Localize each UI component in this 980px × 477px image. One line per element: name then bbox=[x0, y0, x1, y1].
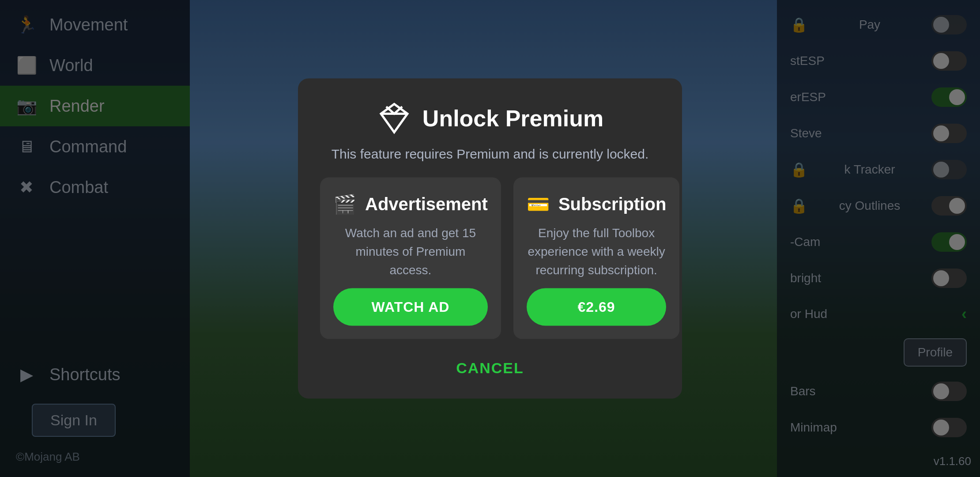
clapper-icon: 🎬 bbox=[333, 193, 356, 215]
dialog-header: Unlock Premium bbox=[377, 101, 603, 136]
dialog-title: Unlock Premium bbox=[422, 105, 603, 132]
advertisement-card-header: 🎬 Advertisement bbox=[333, 193, 488, 215]
diamond-icon bbox=[377, 101, 412, 136]
advertisement-description: Watch an ad and get 15 minutes of Premiu… bbox=[333, 224, 488, 280]
unlock-premium-dialog: Unlock Premium This feature requires Pre… bbox=[298, 79, 682, 399]
advertisement-card: 🎬 Advertisement Watch an ad and get 15 m… bbox=[320, 178, 501, 339]
watch-ad-button[interactable]: WATCH AD bbox=[333, 288, 488, 326]
subscription-icon: 💳 bbox=[527, 193, 550, 215]
advertisement-title: Advertisement bbox=[365, 194, 488, 214]
dialog-subtitle: This feature requires Premium and is cur… bbox=[332, 147, 649, 162]
subscription-card: 💳 Subscription Enjoy the full Toolbox ex… bbox=[513, 178, 679, 339]
cancel-button[interactable]: CANCEL bbox=[438, 355, 542, 381]
subscription-title: Subscription bbox=[558, 194, 666, 214]
subscribe-button[interactable]: €2.69 bbox=[527, 288, 666, 326]
subscription-card-header: 💳 Subscription bbox=[527, 193, 666, 215]
svg-marker-0 bbox=[381, 104, 407, 132]
subscription-description: Enjoy the full Toolbox experience with a… bbox=[527, 224, 666, 280]
cards-row: 🎬 Advertisement Watch an ad and get 15 m… bbox=[320, 178, 660, 339]
